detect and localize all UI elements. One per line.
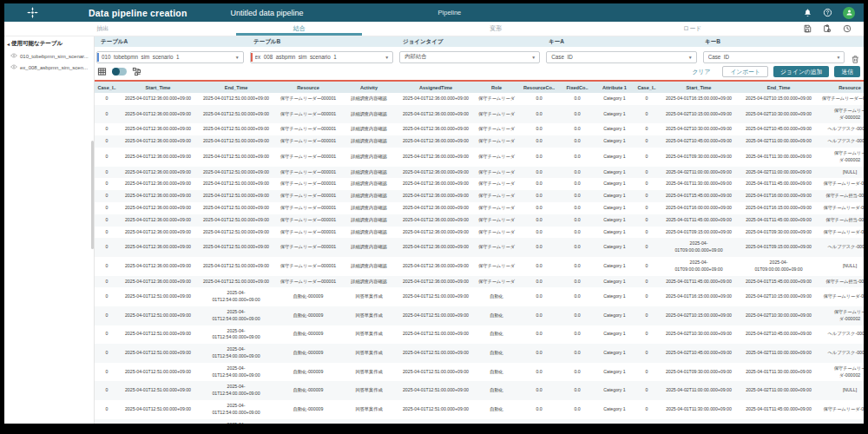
sidebar-table-item[interactable]: 010_tobebpmn_sim_scenar...: [10, 52, 92, 60]
chevron-down-icon: ▼: [836, 55, 840, 60]
table-cell: 自動化: [475, 344, 518, 363]
table-cell: 2025-04-01T12:51:00.000+09:00: [197, 238, 275, 257]
table-cell: Category 1: [595, 326, 635, 345]
field-select-2[interactable]: 内部結合▼: [399, 51, 540, 63]
table-view-icon[interactable]: [97, 67, 107, 76]
table-cell: 0: [95, 135, 119, 148]
table-cell: 詳細調査内容確認: [341, 202, 397, 214]
table-cell: 保守チームリー ダ-000002: [819, 148, 864, 167]
table-cell: 2025-04- 01T09:00:00.000+09:00: [659, 257, 739, 276]
table-cell: 0.0: [518, 276, 560, 288]
table-cell: 2025-04-01T12:36:00.000+09:00: [397, 148, 475, 167]
clear-button[interactable]: クリア: [686, 66, 718, 77]
table-cell: 自動化-000009: [275, 306, 341, 326]
field-select-3[interactable]: Case_ID▼: [546, 51, 696, 63]
table-cell: 自動化: [475, 287, 518, 306]
table-cell: 2025-04-01T12:36:00.000+09:00: [119, 135, 197, 148]
table-cell: 2025-04-01T11:45:00.000+09:00: [739, 214, 819, 227]
table-cell: 0: [635, 178, 659, 190]
history-icon[interactable]: [843, 24, 852, 33]
tab-2[interactable]: 変形: [398, 22, 595, 36]
table-cell: 2025-04-01T12:36:00.000+09:00: [397, 123, 475, 135]
table-cell: 2025-04- 01T09:00:00.000+09:00: [739, 257, 819, 276]
field-label-0: テーブルA: [95, 36, 247, 47]
field-select-1[interactable]: ex_008_asbpmn_sim_scenario_1▼: [250, 51, 394, 63]
user-avatar-icon[interactable]: [843, 7, 855, 19]
table-cell: 0: [635, 400, 659, 419]
tab-3[interactable]: ロード: [595, 22, 792, 36]
table-cell: 2025-04- 01T12:54:00.000+09:00: [197, 400, 275, 419]
table-cell: Category 1: [595, 202, 635, 214]
help-icon[interactable]: [823, 8, 832, 17]
column-header: Start_Time: [119, 82, 197, 93]
table-cell: 保守チームリーダー000001: [275, 190, 341, 202]
table-cell: 0.0: [518, 214, 560, 227]
sidebar-scrollbar[interactable]: [91, 141, 94, 249]
eye-icon[interactable]: [10, 63, 17, 71]
nav-pipeline[interactable]: Pipeline: [438, 9, 462, 16]
table-cell: 自動化-000009: [275, 419, 341, 424]
table-cell: [NULL]: [819, 167, 864, 179]
table-cell: 0: [95, 276, 119, 288]
tabs: 抽出結合変形ロード: [4, 22, 791, 36]
pipeline-name[interactable]: Untitled data pipeline: [231, 9, 304, 17]
table-row: 02025-04-01T12:36:00.000+09:002025-04-01…: [95, 135, 864, 148]
table-cell: 保守チームリーダ: [475, 93, 518, 105]
table-cell: 回答草案作成: [341, 287, 397, 306]
table-cell: 2025-04-02T10:45:00.000+09:00: [739, 326, 819, 345]
table-name: ex_008_asbpmn_sim_scen...: [20, 65, 88, 70]
table-cell: Category 1: [595, 287, 635, 306]
table-row: 02025-04-01T12:36:00.000+09:002025-04-01…: [95, 93, 864, 105]
add-join-button[interactable]: ジョインの追加: [773, 66, 829, 77]
collapse-sidebar-icon[interactable]: ◂: [7, 41, 10, 47]
sidebar-table-item[interactable]: ex_008_asbpmn_sim_scen...: [10, 63, 92, 71]
table-cell: 2025-04-01T12:36:00.000+09:00: [119, 227, 197, 239]
table-cell: ヘルプデスク-000001: [819, 238, 864, 257]
table-cell: 2025-04-02T11:00:00.000+09:00: [739, 381, 819, 400]
field-select-0[interactable]: 010_tobebpmn_sim_scenario_1▼: [96, 51, 244, 63]
tab-1[interactable]: 結合: [201, 22, 398, 36]
column-header: Case_I..: [635, 82, 659, 93]
graph-view-icon[interactable]: [132, 67, 141, 76]
view-toggle[interactable]: [112, 68, 127, 76]
table-cell: 2025-04-01T16:15:00.000+09:00: [659, 93, 739, 105]
table-cell: 0.0: [518, 105, 560, 124]
table-cell: 0: [635, 238, 659, 257]
field-select-4[interactable]: Case_ID▼: [703, 51, 845, 63]
table-cell: 自動化: [475, 363, 518, 382]
table-cell: 2025-04-01T16:15:00.000+09:00: [739, 202, 819, 214]
table-cell: 0.0: [518, 135, 560, 148]
table-cell: 2025-04- 01T12:54:00.000+09:00: [197, 363, 275, 382]
table-cell: 0: [95, 419, 119, 424]
table-cell: 0.0: [518, 238, 560, 257]
table-cell: 2025-04-01T12:36:00.000+09:00: [119, 167, 197, 179]
table-cell: 0.0: [518, 227, 560, 239]
import-button[interactable]: インポート: [722, 66, 768, 77]
table-cell: 2025-04-01T09:30:00.000+09:00: [739, 227, 819, 239]
table-cell: 0: [95, 238, 119, 257]
save-icon[interactable]: [803, 24, 812, 33]
trash-icon[interactable]: [851, 52, 860, 62]
table-cell: 2025-04-01T12:51:00.000+09:00: [397, 344, 475, 363]
table-cell: 0: [635, 287, 659, 306]
table-cell: 保守チームリー ダ-000002: [819, 105, 864, 124]
table-cell: 0.0: [518, 419, 560, 424]
select-value: Case_ID: [551, 54, 684, 60]
export-icon[interactable]: [823, 24, 832, 33]
table-cell: 保守チーム担当-000003: [819, 419, 864, 424]
table-cell: 詳細調査内容確認: [341, 227, 397, 239]
table-cell: 2025-04-01T16:00:00.000+09:00: [739, 190, 819, 202]
table-cell: 保守チームリーダー000001: [275, 167, 341, 179]
table-cell: 2025-04-01T12:36:00.000+09:00: [397, 276, 475, 288]
table-cell: 保守チームリーダー000001: [275, 227, 341, 239]
table-cell: 保守チームリーダ: [475, 227, 518, 239]
table-row: 02025-04-01T12:51:00.000+09:002025-04- 0…: [95, 306, 864, 326]
table-cell: 2025-04-01T11:45:00.000+09:00: [659, 214, 739, 227]
submit-button[interactable]: 送信: [834, 66, 860, 77]
table-cell: 保守チームリーダ: [475, 190, 518, 202]
eye-icon[interactable]: [10, 52, 17, 60]
table-cell: 2025-04-01T12:51:00.000+09:00: [197, 135, 275, 148]
tab-0[interactable]: 抽出: [4, 22, 201, 36]
bell-icon[interactable]: [803, 8, 812, 17]
result-table: Case_I..Start_TimeEnd_TimeResourceActivi…: [95, 82, 864, 424]
